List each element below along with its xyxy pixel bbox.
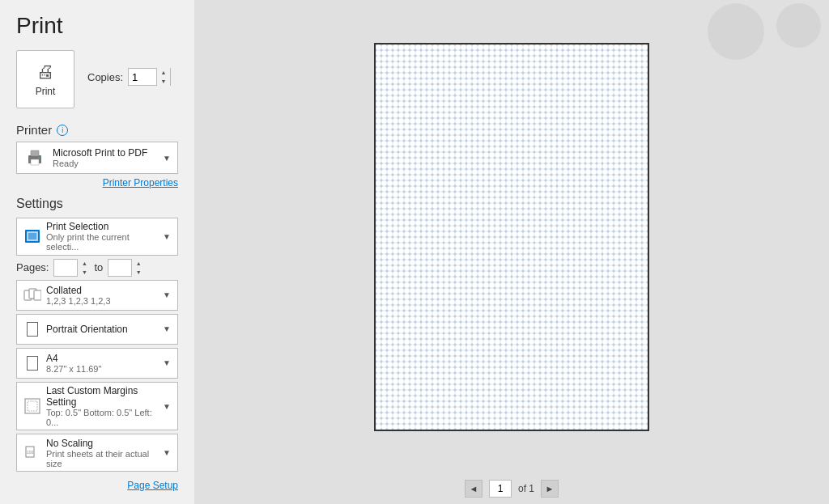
pages-from-wrap: ▲ ▼ <box>53 259 89 277</box>
pages-label: Pages: <box>16 261 49 273</box>
prev-page-button[interactable]: ◄ <box>465 480 483 498</box>
paper-preview <box>374 43 649 431</box>
copies-up-button[interactable]: ▲ <box>157 68 170 77</box>
print-selection-icon <box>23 227 41 245</box>
collated-text: Collated 1,2,3 1,2,3 1,2,3 <box>46 285 158 306</box>
pages-to-down[interactable]: ▼ <box>132 268 145 277</box>
collated-icon <box>23 286 41 304</box>
print-selection-dropdown[interactable]: Print Selection Only print the current s… <box>16 218 178 256</box>
copies-row: Copies: ▲ ▼ <box>87 68 171 86</box>
pages-to-label: to <box>94 261 103 273</box>
print-button[interactable]: 🖨 Print <box>16 50 74 108</box>
pages-from-spinner: ▲ ▼ <box>77 259 91 277</box>
orientation-icon <box>23 320 41 338</box>
next-page-button[interactable]: ► <box>541 480 559 498</box>
printer-properties-link[interactable]: Printer Properties <box>16 177 178 188</box>
paper-size-text: A4 8.27" x 11.69" <box>46 353 158 374</box>
printer-status: Ready <box>53 159 156 168</box>
printer-header-label: Printer <box>16 123 52 137</box>
pages-to-input[interactable] <box>108 260 131 276</box>
svg-rect-1 <box>31 150 39 156</box>
pages-from-input[interactable] <box>54 260 77 276</box>
printer-section-header: Printer i <box>16 123 178 137</box>
scaling-icon: 100 <box>23 444 41 462</box>
pages-to-up[interactable]: ▲ <box>132 259 145 268</box>
orientation-text: Portrait Orientation <box>46 324 158 335</box>
copies-input-wrap: ▲ ▼ <box>128 68 171 86</box>
printer-device-icon <box>23 146 46 169</box>
paper-size-icon <box>23 354 41 372</box>
margins-arrow: ▼ <box>163 402 171 411</box>
paper-size-arrow: ▼ <box>163 358 171 367</box>
orientation-dropdown[interactable]: Portrait Orientation ▼ <box>16 314 178 345</box>
deco-circle-1 <box>708 3 764 60</box>
print-selection-arrow: ▼ <box>163 232 171 241</box>
svg-rect-6 <box>28 233 36 239</box>
orientation-arrow: ▼ <box>163 324 171 333</box>
top-section: 🖨 Print Copies: ▲ ▼ <box>16 50 178 108</box>
svg-point-3 <box>38 157 40 159</box>
preview-area <box>194 0 829 473</box>
scaling-text: No Scaling Print sheets at their actual … <box>46 438 158 468</box>
left-panel: Print 🖨 Print Copies: ▲ ▼ Printer i <box>0 0 194 504</box>
collated-dropdown[interactable]: Collated 1,2,3 1,2,3 1,2,3 ▼ <box>16 280 178 311</box>
scaling-dropdown[interactable]: 100 No Scaling Print sheets at their act… <box>16 434 178 472</box>
printer-info-icon[interactable]: i <box>57 125 68 136</box>
paper-size-dropdown[interactable]: A4 8.27" x 11.69" ▼ <box>16 348 178 379</box>
pages-from-up[interactable]: ▲ <box>78 259 91 268</box>
copies-spinner: ▲ ▼ <box>156 68 170 86</box>
copies-down-button[interactable]: ▼ <box>157 77 170 86</box>
margins-dropdown[interactable]: Last Custom Margins Setting Top: 0.5" Bo… <box>16 382 178 430</box>
deco-circle-2 <box>776 3 821 48</box>
pages-row: Pages: ▲ ▼ to ▲ ▼ <box>16 259 178 277</box>
pages-to-spinner: ▲ ▼ <box>131 259 145 277</box>
settings-header: Settings <box>16 197 178 211</box>
page-number-input[interactable] <box>489 480 512 498</box>
print-selection-text: Print Selection Only print the current s… <box>46 221 158 252</box>
printer-name: Microsoft Print to PDF <box>53 147 156 159</box>
pages-from-down[interactable]: ▼ <box>78 268 91 277</box>
printer-info: Microsoft Print to PDF Ready <box>53 147 156 168</box>
copies-label: Copies: <box>87 71 123 83</box>
right-panel: ◄ of 1 ► <box>194 0 829 504</box>
collated-arrow: ▼ <box>163 290 171 299</box>
printer-dropdown-arrow: ▼ <box>163 154 171 163</box>
svg-text:100: 100 <box>27 450 34 455</box>
print-button-label: Print <box>36 86 56 97</box>
svg-rect-2 <box>31 159 39 165</box>
print-icon: 🖨 <box>36 61 54 83</box>
margins-icon <box>23 397 41 415</box>
copies-input[interactable] <box>129 69 156 85</box>
printer-selector[interactable]: Microsoft Print to PDF Ready ▼ <box>16 142 178 174</box>
margins-text: Last Custom Margins Setting Top: 0.5" Bo… <box>46 385 158 427</box>
svg-rect-9 <box>34 290 41 300</box>
page-setup-link[interactable]: Page Setup <box>16 480 178 491</box>
scaling-arrow: ▼ <box>163 448 171 457</box>
page-of-label: of 1 <box>518 483 534 494</box>
page-title: Print <box>16 13 178 39</box>
pages-to-wrap: ▲ ▼ <box>108 259 143 277</box>
pagination-bar: ◄ of 1 ► <box>194 473 829 504</box>
